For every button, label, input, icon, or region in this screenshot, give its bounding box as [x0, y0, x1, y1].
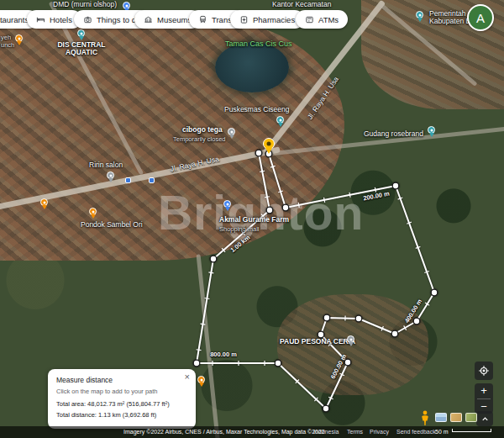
distance-tick [278, 191, 283, 193]
attribution-link-privacy[interactable]: Privacy [370, 429, 389, 435]
measure-total-distance: Total distance: 1.13 km (3,692.68 ft) [56, 411, 187, 419]
path-vertex[interactable] [413, 318, 420, 325]
food-pin-behind-card-icon[interactable] [197, 376, 205, 383]
poi-label-pondok-sambel-ori[interactable]: Pondok Sambel Ori [81, 221, 143, 229]
path-vertex[interactable] [431, 289, 438, 296]
attribution-bar: Imagery ©2022 Airbus, CNES / Airbus, Max… [0, 426, 504, 438]
poi-label-taman-cas-cis-cus[interactable]: Taman Cas Cis Cus [225, 40, 292, 48]
food-pin-pondok-icon[interactable] [89, 208, 97, 215]
selected-place-pin-icon[interactable] [263, 138, 275, 150]
path-vertex[interactable] [355, 315, 362, 322]
distance-tick [265, 197, 270, 198]
government-pin-icon[interactable] [416, 11, 423, 18]
attribution-link-terms[interactable]: Terms [347, 429, 363, 435]
atm-icon [305, 15, 314, 24]
distance-tick [208, 272, 213, 273]
transit-stop-icon[interactable] [149, 177, 155, 183]
train-icon [198, 15, 207, 24]
distance-tick [270, 166, 276, 167]
measure-card-hint: Click on the map to add to your path [56, 388, 187, 395]
filter-pill-atms[interactable]: ATMs [296, 10, 348, 29]
distance-tick [349, 193, 350, 198]
distance-tick [197, 350, 202, 351]
filter-pill-pharmacies[interactable]: Pharmacies [230, 10, 304, 29]
measure-total-area: Total area: 48,012.73 m² (516,804.77 ft²… [56, 400, 187, 408]
poi-label-akmal-gurame-farm[interactable]: Akmal Gurame Farm [219, 216, 289, 224]
shopping-pin-akmal-icon[interactable] [223, 200, 231, 208]
collapse-imagery-button[interactable] [476, 411, 493, 426]
imagery-attribution: Imagery ©2022 Airbus, CNES / Airbus, Max… [123, 429, 325, 435]
poi-sublabel-shopping-mall: Shopping mall [219, 225, 260, 233]
path-vertex[interactable] [275, 360, 281, 367]
path-vertex[interactable] [282, 204, 289, 211]
path-vertex[interactable] [323, 405, 329, 412]
distance-tick [298, 203, 299, 208]
poi-label-cutoff-left[interactable]: yeh unch [1, 34, 14, 49]
imagery-thumbnail-2[interactable] [450, 413, 462, 422]
warehouse-pin-icon[interactable] [428, 126, 435, 134]
transit-stop-icon[interactable] [125, 177, 131, 183]
path-vertex[interactable] [391, 330, 398, 337]
salon-pin-icon[interactable] [107, 172, 114, 179]
aquatic-pin-icon[interactable] [77, 29, 85, 37]
bed-icon [36, 15, 45, 24]
close-icon[interactable]: × [185, 372, 190, 382]
poi-label-ririn-salon[interactable]: Ririn salon [89, 161, 123, 169]
path-vertex[interactable] [193, 360, 200, 367]
my-location-button[interactable] [475, 361, 493, 380]
measure-line[interactable] [197, 153, 434, 409]
poi-label-cibogo-tega[interactable]: cibogo tega [182, 126, 223, 134]
imagery-thumbnail-3[interactable] [465, 413, 477, 422]
pharmacy-icon [239, 15, 249, 24]
distance-tick [204, 298, 209, 299]
map-scale-label: 50 m [435, 429, 449, 435]
measure-distance-card: Measure distance Click on the map to add… [48, 369, 196, 429]
pegman-figure-icon [420, 410, 430, 426]
path-vertex[interactable] [210, 256, 217, 262]
google-maps-satellite-view: Brighton 200.00 m 400.00 m 600.00 m 800.… [0, 0, 504, 438]
distance-marker-800m: 800.00 m [210, 351, 237, 358]
shopping-pin-dmd-icon[interactable] [123, 2, 130, 9]
poi-status-temporarily-closed: Temporarily closed [173, 135, 226, 143]
poi-label-dmd[interactable]: DMD (murni olshop) [53, 1, 117, 8]
restaurant-pin-icon[interactable] [15, 34, 23, 42]
distance-tick [201, 324, 206, 325]
poi-label-paud-pesona-ceria[interactable]: PAUD PESONA CERIA [280, 338, 355, 346]
poi-label-gudang-rosebrand[interactable]: Gudang rosebrand [364, 130, 423, 138]
attribution-link-indonesia[interactable]: Indonesia [313, 429, 339, 435]
closed-place-pin-icon[interactable] [228, 128, 235, 135]
distance-tick [324, 198, 325, 203]
measure-card-title: Measure distance [56, 376, 187, 384]
poi-label-dis-central-aquatic[interactable]: DIS CENTRAL AQUATIC [55, 41, 108, 56]
school-pin-icon[interactable] [347, 335, 354, 343]
poi-label-puskesmas-ciseeng[interactable]: Puskesmas Ciseeng [224, 106, 289, 113]
imagery-thumbnail-1[interactable] [435, 413, 447, 422]
poi-label-kantor-kecamatan[interactable]: Kantor Kecamatan [272, 1, 331, 8]
food-pin-icon[interactable] [40, 198, 48, 206]
attractions-icon [83, 15, 92, 24]
distance-tick [260, 171, 265, 172]
compass-target-icon [478, 365, 490, 377]
health-pin-icon[interactable] [276, 116, 284, 124]
path-vertex[interactable] [323, 314, 330, 321]
account-avatar[interactable]: A [467, 4, 494, 31]
zoom-control: + − [475, 383, 493, 414]
path-vertex[interactable] [392, 182, 399, 189]
attribution-link-send-feedback[interactable]: Send feedback [396, 429, 436, 435]
path-vertex[interactable] [266, 207, 273, 214]
zoom-in-button[interactable]: + [475, 383, 493, 398]
chevron-up-icon [480, 414, 490, 424]
museum-icon [144, 15, 153, 24]
map-scale-bar [452, 429, 491, 432]
path-vertex[interactable] [255, 150, 262, 156]
